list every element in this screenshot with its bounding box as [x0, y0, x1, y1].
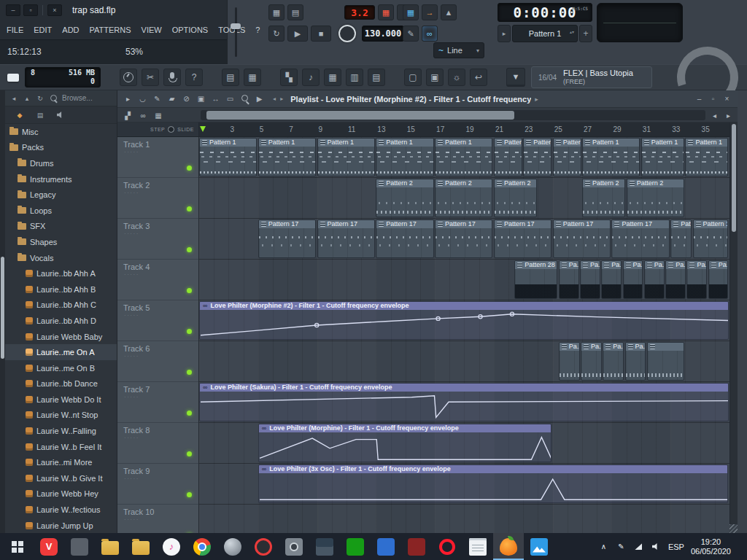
select-tool-icon[interactable]: ▭ — [224, 93, 236, 105]
automation-clip-header[interactable]: ∞Love Philter (Morphine) - Filter 1 - Cu… — [259, 424, 551, 432]
pattern-clip-header[interactable]: Pattern 17 — [671, 220, 691, 228]
main-volume-slider[interactable] — [229, 4, 242, 60]
pattern-clip[interactable]: Pattern 17 — [494, 219, 551, 258]
pattern-clip[interactable]: Pa..4 — [644, 260, 665, 299]
pattern-clip-header[interactable]: Pa..3 — [560, 343, 579, 351]
taskbar-clock[interactable]: 19:20 06/05/2020 — [691, 537, 731, 556]
resize-grip[interactable] — [729, 524, 738, 533]
pattern-clip[interactable]: Pattern 1 — [685, 138, 728, 176]
pattern-clip[interactable]: Pa..4 — [708, 260, 729, 299]
pattern-mode-icon[interactable]: ▦ — [268, 4, 285, 20]
pattern-clip-header[interactable]: Pa..4 — [666, 261, 685, 269]
track-header[interactable]: Track 7····· — [117, 382, 198, 423]
pattern-clip[interactable]: Pattern 2 — [627, 179, 684, 217]
pattern-clip-header[interactable]: Pattern 17 — [554, 220, 610, 228]
pattern-clip-header[interactable]: Pattern 17 — [259, 220, 315, 228]
play-button[interactable]: ▶ — [287, 26, 308, 42]
track-lane[interactable] — [199, 505, 729, 533]
song-mode-icon[interactable]: ▤ — [287, 4, 303, 20]
playlist-minimize-icon[interactable]: – — [693, 93, 705, 105]
track-lane[interactable]: Pattern 28Pa..4Pa..4Pa..4Pa..4Pa..4Pa..4… — [199, 260, 729, 300]
browser-folder-legacy[interactable]: Legacy — [5, 187, 117, 203]
pattern-clip-header[interactable]: Pattern 28 — [515, 261, 557, 269]
magnet-icon[interactable]: ◡ — [136, 93, 149, 105]
menu-file[interactable]: FILE — [1, 26, 28, 34]
mixer-icon[interactable]: ▥ — [346, 69, 363, 86]
language-indicator[interactable]: ESP — [668, 542, 684, 551]
playlist-hscroll-thumb[interactable] — [206, 111, 514, 120]
pattern-selector[interactable]: ▸ Pattern 1 ▴▾ + — [498, 25, 592, 42]
pattern-clip-header[interactable]: Pattern 1 — [436, 139, 492, 147]
pattern-clip-header[interactable]: Pattern 1 — [200, 139, 256, 147]
pattern-clip-header[interactable]: Pattern 1 — [376, 139, 433, 147]
search-icon[interactable] — [47, 93, 59, 104]
pattern-clip-header[interactable]: Pattern 1 — [259, 139, 315, 147]
track-mute-led[interactable] — [187, 411, 192, 416]
speaker-icon[interactable] — [55, 109, 66, 121]
playlist-hscrollbar[interactable] — [201, 110, 705, 120]
browser-file-laurie-bb-ahh-d[interactable]: Laurie..bb Ahh D — [5, 313, 117, 329]
browser-folder-shapes[interactable]: Shapes — [5, 234, 117, 250]
automation-clip-header[interactable]: ∞Love Philter (3x Osc) - Filter 1 - Cuto… — [259, 465, 728, 473]
taskbar-movies-tv[interactable] — [371, 533, 401, 560]
pattern-clip-header[interactable]: Pattern 1 — [524, 139, 551, 147]
pattern-clip-header[interactable]: Pa..4 — [560, 261, 578, 269]
record-button[interactable] — [338, 25, 356, 42]
track-mute-led[interactable] — [187, 492, 192, 497]
pen-input-icon[interactable]: ✎ — [616, 541, 627, 553]
automation-clip[interactable]: ∞Love Philter (Morphine) - Filter 1 - Cu… — [258, 424, 551, 462]
delete-tool-icon[interactable]: ⊘ — [180, 93, 193, 105]
draw-mode-icon[interactable]: ✎ — [403, 26, 419, 42]
scissors-icon[interactable]: ✂ — [142, 69, 159, 86]
copy-icon[interactable]: ▢ — [404, 69, 422, 86]
pattern-clip[interactable]: Pa..3 — [559, 342, 580, 381]
browser-file-laurie-w-b-feel-it[interactable]: Laurie W..b Feel It — [5, 439, 117, 455]
menu-help[interactable]: ? — [250, 26, 265, 34]
pattern-clip[interactable]: Pattern 28 — [514, 260, 557, 299]
playlist-title-arrow-icon[interactable]: ▸ — [535, 96, 538, 103]
pattern-clip[interactable]: Pattern 1 — [553, 138, 581, 176]
typing-to-piano-icon[interactable]: ∞ — [422, 26, 438, 42]
volume-knob[interactable] — [231, 23, 241, 29]
refresh-icon[interactable]: ↻ — [34, 93, 46, 104]
track-header[interactable]: Track 3····· — [117, 219, 198, 260]
grid-color-icon[interactable]: ▦ — [152, 109, 164, 121]
volume-icon[interactable] — [651, 541, 662, 553]
pattern-clip[interactable]: Pattern 1 — [641, 138, 684, 176]
pattern-clip-header[interactable]: Pa..4 — [709, 261, 728, 269]
track-lane[interactable]: Pa..3Pa..3Pa..3Pa..3 — [199, 341, 729, 382]
hscroll-left-icon[interactable]: ◂ — [708, 109, 721, 122]
automation-clip[interactable]: ∞Love Philter (3x Osc) - Filter 1 - Cuto… — [258, 464, 729, 503]
clipboard-icon[interactable]: ▤ — [34, 109, 46, 121]
pattern-clip[interactable]: Pattern 2 — [494, 179, 537, 217]
start-button[interactable] — [0, 533, 34, 560]
browser-file-laurie-w-b-give-it[interactable]: Laurie W..b Give It — [5, 470, 117, 486]
pattern-clip-header[interactable]: Pa..4 — [687, 261, 706, 269]
playlist-nav-arrows[interactable]: ◂ ▸ — [273, 96, 285, 102]
mic-icon[interactable] — [163, 69, 181, 86]
pattern-clip-header[interactable]: Pa..4 — [645, 261, 664, 269]
pattern-clip[interactable]: Pattern 2 — [582, 179, 625, 217]
track-mute-led[interactable] — [187, 166, 192, 171]
pattern-clip[interactable]: Pa..3 — [603, 342, 624, 381]
pattern-clip[interactable]: Pattern 2 — [376, 179, 433, 217]
menu-edit[interactable]: EDIT — [28, 26, 57, 34]
pattern-clip-header[interactable]: Pattern 2 — [495, 179, 536, 187]
browser-file-laurie-me-on-a[interactable]: Laurie..me On A — [5, 344, 117, 360]
pattern-clip[interactable]: Pattern 1 — [376, 138, 433, 176]
browser-folder-sfx[interactable]: SFX — [5, 219, 117, 235]
pattern-clip[interactable]: Pattern 1 — [317, 138, 375, 176]
pattern-clip[interactable]: Pattern 1 — [435, 138, 492, 176]
menu-add[interactable]: ADD — [57, 26, 84, 34]
piano-roll-icon[interactable]: ♪ — [302, 69, 320, 86]
pattern-clip[interactable]: Pattern 1 — [494, 138, 522, 176]
taskbar-opera-gx[interactable] — [248, 533, 279, 560]
track-lane[interactable]: Pattern 2Pattern 2Pattern 2Pattern 2Patt… — [199, 178, 729, 219]
playhead-marker[interactable] — [200, 126, 206, 132]
pattern-name-box[interactable]: Pattern 1 ▴▾ — [512, 25, 578, 42]
playback-tool-icon[interactable]: ▶ — [253, 93, 266, 105]
taskbar-itunes[interactable] — [156, 533, 187, 560]
taskbar-camera-app[interactable] — [279, 533, 309, 560]
auto-link-icon[interactable]: ∞ — [137, 109, 149, 121]
list-view-icon[interactable]: ▤ — [222, 69, 239, 86]
